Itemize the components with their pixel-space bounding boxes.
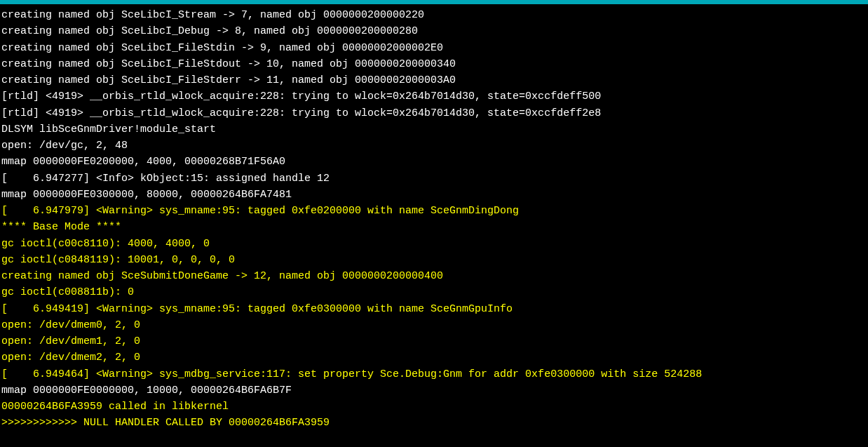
- log-line: creating named obj SceLibcI_FileStderr -…: [1, 72, 868, 88]
- log-line: gc ioctl(c0848119): 10001, 0, 0, 0, 0: [1, 252, 868, 268]
- log-line: 00000264B6FA3959 called in libkernel: [1, 399, 868, 415]
- log-line: open: /dev/dmem0, 2, 0: [1, 317, 868, 333]
- log-line: creating named obj SceLibcI_Stream -> 7,…: [1, 7, 868, 23]
- log-line: mmap 0000000FE0000000, 10000, 00000264B6…: [1, 382, 868, 399]
- log-line: creating named obj SceLibcI_FileStdout -…: [1, 56, 868, 72]
- log-line: [ 6.949464] <Warning> sys_mdbg_service:1…: [1, 366, 868, 382]
- log-line: >>>>>>>>>>>> NULL HANDLER CALLED BY 0000…: [1, 415, 868, 431]
- log-line: [rtld] <4919> __orbis_rtld_wlock_acquire…: [1, 88, 868, 105]
- log-line: [ 6.949419] <Warning> sys_mname:95: tagg…: [1, 301, 868, 317]
- log-line: mmap 0000000FE0200000, 4000, 00000268B71…: [1, 154, 868, 170]
- log-line: gc ioctl(c008811b): 0: [1, 284, 868, 300]
- log-line: mmap 0000000FE0300000, 80000, 00000264B6…: [1, 187, 868, 203]
- log-line: open: /dev/dmem2, 2, 0: [1, 349, 868, 366]
- log-line: [rtld] <4919> __orbis_rtld_wlock_acquire…: [1, 105, 868, 121]
- log-line: DLSYM libSceGnmDriver!module_start: [1, 121, 868, 138]
- log-line: open: /dev/gc, 2, 48: [1, 138, 868, 154]
- terminal-output: creating named obj SceLibcI_Stream -> 7,…: [0, 4, 868, 432]
- log-line: gc ioctl(c00c8110): 4000, 4000, 0: [1, 236, 868, 252]
- log-line: [ 6.947277] <Info> kObject:15: assigned …: [1, 171, 868, 187]
- log-line: creating named obj SceSubmitDoneGame -> …: [1, 268, 868, 284]
- log-line: [ 6.947979] <Warning> sys_mname:95: tagg…: [1, 203, 868, 219]
- log-line: creating named obj SceLibcI_Debug -> 8, …: [1, 23, 868, 39]
- log-line: open: /dev/dmem1, 2, 0: [1, 333, 868, 349]
- log-line: creating named obj SceLibcI_FileStdin ->…: [1, 40, 868, 56]
- log-line: **** Base Mode ****: [1, 219, 868, 235]
